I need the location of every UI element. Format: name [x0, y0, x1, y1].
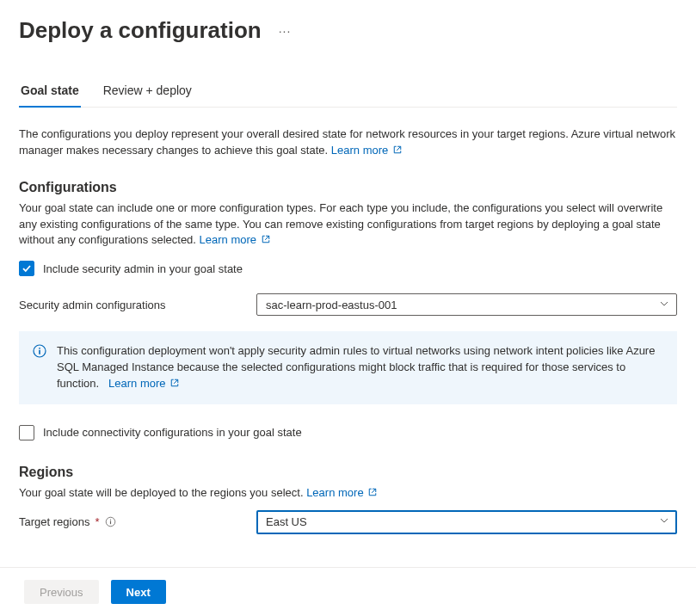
regions-desc: Your goal state will be deployed to the … [19, 485, 677, 502]
svg-rect-5 [110, 521, 111, 525]
regions-heading: Regions [19, 465, 677, 480]
configurations-learn-more-link[interactable]: Learn more [200, 233, 270, 246]
configurations-heading: Configurations [19, 180, 677, 195]
chevron-down-icon [659, 515, 669, 528]
target-regions-label: Target regions * [19, 515, 256, 528]
include-security-checkbox[interactable] [19, 261, 34, 276]
required-asterisk: * [95, 515, 99, 528]
external-link-icon [262, 235, 270, 245]
chevron-down-icon [659, 299, 669, 311]
info-learn-more-link[interactable]: Learn more [105, 377, 179, 390]
configurations-desc: Your goal state can include one or more … [19, 200, 677, 249]
include-security-label: Include security admin in your goal stat… [43, 262, 243, 275]
tab-strip: Goal state Review + deploy [19, 77, 677, 108]
security-admin-label: Security admin configurations [19, 299, 256, 311]
include-connectivity-checkbox[interactable] [19, 425, 34, 440]
external-link-icon [368, 488, 377, 498]
svg-point-4 [110, 520, 111, 521]
security-admin-dropdown[interactable]: sac-learn-prod-eastus-001 [256, 293, 677, 316]
target-regions-dropdown[interactable]: East US [256, 510, 677, 534]
external-link-icon [393, 145, 402, 156]
page-title: Deploy a configuration [19, 17, 262, 44]
include-connectivity-label: Include connectivity configurations in y… [43, 426, 302, 439]
intro-learn-more-link[interactable]: Learn more [331, 144, 402, 157]
tab-review-deploy[interactable]: Review + deploy [102, 77, 194, 108]
regions-learn-more-link[interactable]: Learn more [306, 486, 377, 499]
intro-paragraph: The configurations you deploy represent … [19, 126, 677, 159]
more-actions-icon[interactable]: ··· [279, 24, 292, 38]
target-regions-value: East US [266, 515, 307, 528]
info-text: This configuration deployment won't appl… [57, 343, 663, 392]
svg-rect-2 [39, 350, 40, 354]
info-icon [33, 344, 46, 392]
svg-point-1 [39, 348, 40, 349]
info-icon[interactable] [104, 516, 116, 528]
tab-goal-state[interactable]: Goal state [19, 77, 81, 108]
info-banner: This configuration deployment won't appl… [19, 331, 677, 404]
external-link-icon [170, 379, 179, 389]
security-admin-value: sac-learn-prod-eastus-001 [266, 299, 397, 311]
